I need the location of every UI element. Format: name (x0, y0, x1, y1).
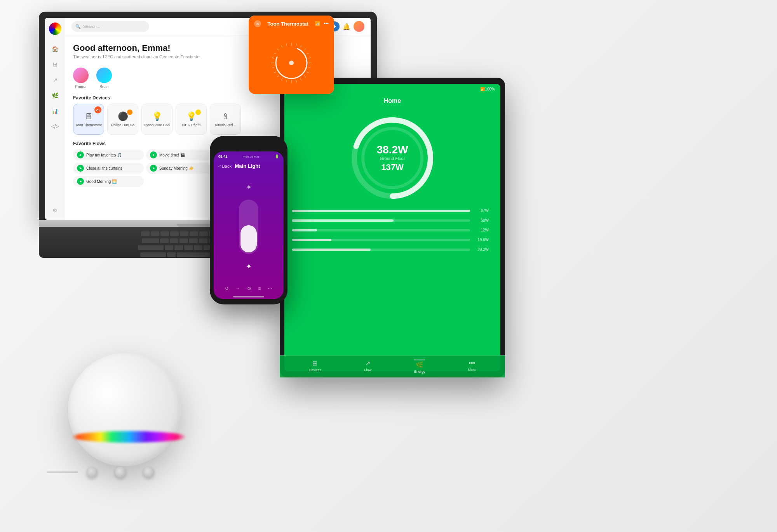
rituals-name: Rituals Perf... (215, 123, 236, 127)
energy-nav-label: Energy (414, 370, 425, 371)
flow-8[interactable]: Good Morning 🌅 (73, 176, 144, 187)
homey-logo[interactable] (49, 23, 61, 35)
device-hue[interactable]: ⚫ Philips Hue Go (107, 104, 138, 135)
device-ikea[interactable]: 💡 IKEA Trådfri (176, 104, 207, 135)
device-badge: 21 (94, 106, 101, 113)
tablet-wifi-icon: 📶 (480, 87, 485, 91)
more-icon: ••• (469, 360, 475, 367)
phone-nav-bar: < Back Main Light (214, 162, 284, 170)
sidebar-item-leaf[interactable]: 🌿 (51, 91, 60, 100)
key (170, 231, 179, 236)
energy-floor-label: Ground Floor (377, 156, 408, 161)
sidebar-item-grid[interactable]: ⊞ (51, 60, 60, 69)
phone-action-2[interactable]: → (235, 286, 240, 291)
energy-circle: 38.2W Ground Floor 137W (350, 115, 435, 201)
flow-5[interactable]: Close all the curtains (73, 163, 144, 174)
bar-track (292, 249, 470, 251)
svg-point-25 (289, 61, 294, 65)
flow-play-6[interactable] (150, 165, 157, 172)
toon-action-icons: 📶 ••• (315, 21, 329, 26)
toon-body (249, 32, 334, 94)
brian-avatar (96, 68, 112, 83)
phone: 09:41 Mon 29 Mar 🔋 < Back Main Light ✦ ✦ (210, 136, 287, 304)
svg-line-3 (304, 49, 306, 50)
phone-action-3[interactable]: ⚙ (247, 286, 251, 291)
toon-close-button[interactable]: ✕ (254, 20, 261, 27)
flow-play-8[interactable] (77, 178, 84, 185)
svg-line-2 (300, 45, 301, 47)
tablet-home-title: Home (287, 97, 497, 104)
flow-2[interactable]: Movie time! 🎬 (146, 150, 217, 160)
phone-back-button[interactable]: < Back (218, 164, 232, 169)
svg-line-4 (307, 53, 309, 54)
svg-line-19 (272, 58, 274, 59)
search-bar[interactable]: 🔍 Search... (71, 21, 149, 32)
ikea-name: IKEA Trådfri (182, 123, 200, 127)
toon-wifi-icon: 📶 (315, 21, 321, 26)
toon-more-icon[interactable]: ••• (324, 21, 329, 26)
phone-action-5[interactable]: ⋯ (268, 286, 272, 291)
svg-line-22 (281, 45, 282, 47)
hue-name: Philips Hue Go (111, 123, 134, 127)
tab-flow[interactable]: ↗ Flow (364, 360, 371, 371)
brightness-slider[interactable] (239, 200, 258, 254)
sidebar-item-code[interactable]: </> (51, 122, 60, 131)
rituals-icon: 🕯 (221, 111, 230, 122)
key-caps (138, 245, 164, 250)
light-bulb-dim-icon: ✦ (246, 183, 252, 192)
svg-line-11 (296, 80, 297, 82)
sidebar-settings-icon[interactable]: ⚙ (51, 206, 60, 215)
tab-energy[interactable]: 🌿 Energy (414, 360, 425, 371)
notification-bell[interactable]: 🔔 (343, 23, 350, 30)
flow-play-1[interactable] (77, 151, 84, 158)
bar-track (292, 229, 470, 231)
svg-line-16 (274, 72, 276, 73)
bar-label-196: 19.6W (473, 238, 489, 242)
ball-body (68, 353, 181, 466)
brian-name: Brian (99, 85, 108, 89)
tab-more[interactable]: ••• More (468, 360, 476, 371)
flow-6[interactable]: Sunday Morning ☀️ (146, 163, 217, 174)
key (141, 231, 150, 236)
svg-line-8 (307, 72, 309, 73)
ball-foot-center (115, 467, 126, 478)
light-bulb-bright-icon: ✦ (246, 262, 252, 271)
phone-status-bar: 09:41 Mon 29 Mar 🔋 (214, 151, 284, 162)
device-dyson[interactable]: 💡 Dyson Pure Cool (141, 104, 172, 135)
sidebar-item-arrow[interactable]: ↗ (51, 75, 60, 85)
key (179, 238, 188, 243)
ball-rgb-ring (72, 431, 186, 443)
bar-track (292, 239, 470, 241)
ball-feet (78, 467, 163, 478)
key-tab (142, 238, 159, 243)
emma-avatar (73, 68, 89, 83)
energy-circle-container: 38.2W Ground Floor 137W (284, 108, 500, 205)
tablet-battery: 100% (485, 87, 495, 91)
device-rituals[interactable]: 🕯 Rituals Perf... (210, 104, 241, 135)
thermostat-dial[interactable] (268, 40, 315, 86)
flow-1[interactable]: Play my favorites 🎵 (73, 150, 144, 160)
tab-devices[interactable]: ⊞ Devices (309, 360, 321, 371)
more-label: More (468, 368, 476, 371)
bar-label-87: 87W (473, 209, 489, 213)
key (199, 231, 208, 236)
emma-name: Emma (75, 85, 87, 89)
svg-line-15 (277, 76, 279, 77)
flow-8-label: Good Morning 🌅 (86, 179, 117, 184)
energy-value: 38.2W (377, 144, 408, 156)
user-emma[interactable]: Emma (73, 68, 89, 89)
svg-line-21 (277, 49, 279, 50)
user-brian[interactable]: Brian (96, 68, 112, 89)
phone-home-indicator (233, 296, 264, 297)
device-toon[interactable]: 21 🖥 Toon Thermostat (73, 104, 104, 135)
user-avatar[interactable] (354, 21, 364, 32)
svg-line-17 (272, 68, 274, 68)
svg-line-9 (304, 76, 306, 77)
flow-play-5[interactable] (77, 165, 84, 172)
svg-line-5 (308, 58, 311, 59)
sidebar-item-home[interactable]: 🏠 (51, 44, 60, 54)
phone-action-4[interactable]: ≡ (258, 286, 261, 291)
phone-action-1[interactable]: ↺ (225, 286, 229, 291)
sidebar-item-chart[interactable]: 📊 (51, 106, 60, 116)
flow-play-2[interactable] (150, 151, 157, 158)
